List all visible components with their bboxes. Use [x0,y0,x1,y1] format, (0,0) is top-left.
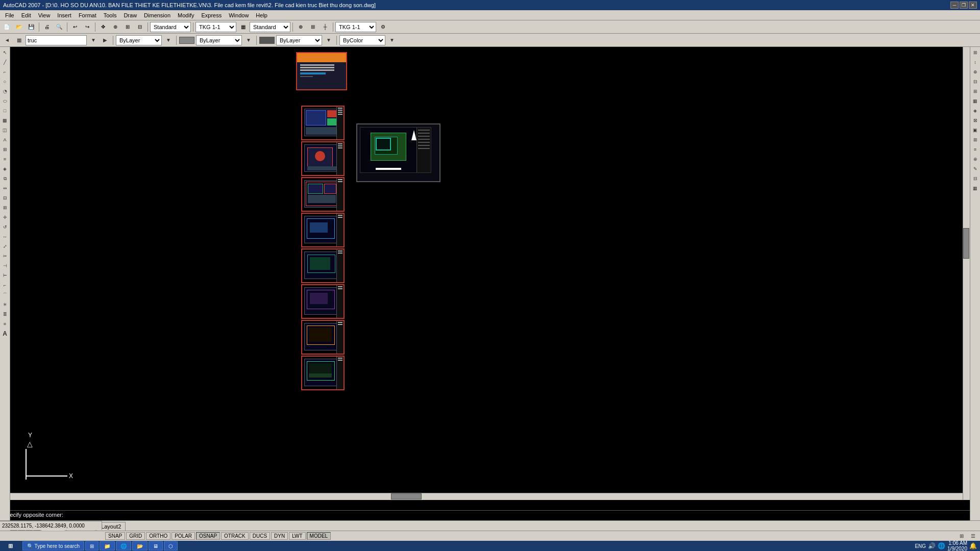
tool-hatch[interactable]: ▩ [1,116,10,125]
menu-edit[interactable]: Edit [18,11,34,19]
tb-open[interactable]: 📂 [13,21,24,33]
tool-ellipse[interactable]: ⬭ [1,96,10,106]
rt-btn2[interactable]: ↕ [971,58,980,67]
rt-btn5[interactable]: ⊞ [971,87,980,96]
taskbar-app4[interactable]: 📂 [132,541,148,550]
taskbar-autocad[interactable]: ⬡ [164,541,178,550]
rt-btn10[interactable]: ⊞ [971,135,980,144]
close-button[interactable]: ✕ [969,2,977,9]
tool-array[interactable]: ⊞ [1,203,10,212]
ortho-btn[interactable]: ORTHO [146,532,170,540]
drawing-sheet-1[interactable] [301,106,345,140]
tool-circle[interactable]: ○ [1,77,10,86]
color-select1[interactable]: ByLayer [116,35,162,45]
tool-move[interactable]: ✛ [1,213,10,222]
tb-save[interactable]: 💾 [26,21,37,33]
tray-volume[interactable]: 🔊 [928,542,936,549]
start-button[interactable]: ⊞ [0,541,20,551]
tool-properties[interactable]: ≣ [1,310,10,319]
linetype-select[interactable]: ByLayer [196,35,242,45]
drawing-sheet-6[interactable] [301,284,345,319]
tool-region[interactable]: ◫ [1,126,10,135]
large-sheet[interactable] [356,123,440,182]
tool-matchprop[interactable]: ≡ [1,319,10,329]
menu-help[interactable]: Help [253,11,271,19]
osnap-btn[interactable]: OSNAP [196,532,220,540]
vertical-scrollbar[interactable] [963,47,970,500]
canvas-area[interactable]: Y △ X [10,47,970,520]
minimize-button[interactable]: ─ [950,2,959,9]
sheet-title[interactable] [296,52,347,90]
plotstyle-dropdown[interactable]: ▼ [387,35,397,45]
layer-input[interactable] [26,35,87,45]
drawing-sheet-7[interactable] [301,320,345,355]
drawing-sheet-3[interactable] [301,177,345,212]
horizontal-scrollbar[interactable] [10,493,963,500]
drawing-sheet-4[interactable] [301,213,345,247]
tray-notifications[interactable]: 🔔 [969,542,977,549]
menu-tools[interactable]: Tools [101,11,120,19]
rt-btn6[interactable]: ▦ [971,96,980,106]
rt-btn7[interactable]: ◈ [971,106,980,115]
layer-dropdown[interactable]: ▼ [88,35,99,45]
tool-polyline[interactable]: ⌐ [1,67,10,77]
tb-ortho-icon[interactable]: ┼ [320,21,331,33]
rt-btn15[interactable]: ▦ [971,184,980,193]
tool-cursor[interactable]: ↖ [1,48,10,57]
tool-line[interactable]: ╱ [1,58,10,67]
tool-mirror[interactable]: ⇔ [1,184,10,193]
menu-window[interactable]: Window [226,11,252,19]
tool-rect[interactable]: □ [1,106,10,115]
taskbar-app1[interactable]: ⊞ [85,541,99,550]
color1-dropdown[interactable]: ▼ [163,35,174,45]
taskbar-app2[interactable]: 📁 [100,541,115,550]
tb-preview[interactable]: 🔍 [54,21,65,33]
tool-textA[interactable]: A [1,329,10,338]
tb-pan[interactable]: ✥ [97,21,109,33]
tb-grid-icon[interactable]: ⊞ [307,21,318,33]
snap-btn[interactable]: SNAP [105,532,125,540]
tool-explode[interactable]: ✳ [1,300,10,309]
taskbar-app5[interactable]: 🖥 [149,541,163,550]
tb-redo[interactable]: ↪ [82,21,93,33]
tool-stretch[interactable]: ⤢ [1,242,10,251]
tb-new[interactable]: 📄 [1,21,12,33]
tool-arc[interactable]: ◔ [1,87,10,96]
dyn-btn[interactable]: DYN [271,532,288,540]
tool-fillet[interactable]: ⌒ [1,290,10,299]
rt-btn13[interactable]: ✎ [971,164,980,173]
tool-insert[interactable]: ⊞ [1,145,10,154]
drawing-sheet-8[interactable] [301,356,345,390]
tool-rotate[interactable]: ↺ [1,222,10,232]
tb-zoom-win[interactable]: ⊕ [110,21,121,33]
tool-scale[interactable]: ↔ [1,232,10,241]
rt-btn11[interactable]: ≡ [971,145,980,154]
polar-btn[interactable]: POLAR [172,532,195,540]
tb-undo[interactable]: ↩ [69,21,81,33]
rt-btn12[interactable]: ⊕ [971,155,980,164]
status-settings1[interactable]: ⊞ [957,531,967,541]
tool-chamfer[interactable]: ⌐ [1,281,10,290]
rt-btn9[interactable]: ▣ [971,126,980,135]
restore-button[interactable]: ❐ [960,2,968,9]
view-select1[interactable]: TKG 1-1 [195,22,236,32]
tb-zoom-prev[interactable]: ⊟ [134,21,145,33]
tb-print[interactable]: 🖨 [41,21,53,33]
layer-icon[interactable]: ▦ [14,35,24,45]
tool-offset[interactable]: ⊟ [1,193,10,203]
plotstyle-select[interactable]: ByColor [339,35,385,45]
style-select[interactable]: Standard [250,22,290,32]
menu-draw[interactable]: Draw [120,11,140,19]
rt-btn14[interactable]: ⊟ [971,174,980,183]
menu-insert[interactable]: Insert [54,11,75,19]
view-select2[interactable]: TKG 1-1 [335,22,376,32]
rt-btn3[interactable]: ⊕ [971,67,980,77]
otrack-btn[interactable]: OTRACK [221,532,249,540]
scroll-thumb-horizontal[interactable] [391,493,422,499]
rt-btn4[interactable]: ⊟ [971,77,980,86]
taskbar-app3[interactable]: 🌐 [116,541,131,550]
tray-network[interactable]: 🌐 [938,542,945,549]
tb-view-icon[interactable]: ▦ [237,21,249,33]
status-settings2[interactable]: ☰ [968,531,978,541]
tool-3dview[interactable]: ◈ [1,164,10,173]
